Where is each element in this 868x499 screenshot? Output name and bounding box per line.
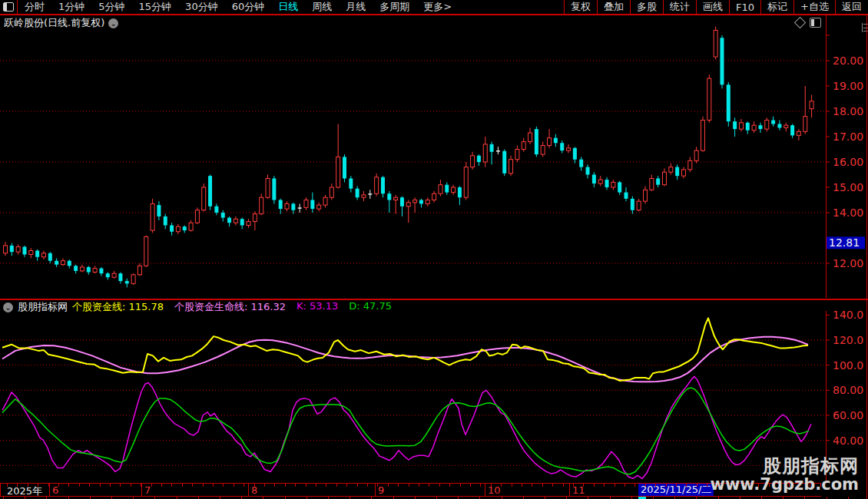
price-label: 20.00 xyxy=(833,55,863,67)
axis-tick xyxy=(316,484,316,487)
axis-tick xyxy=(686,484,687,487)
month-separator xyxy=(248,484,249,496)
axis-tick xyxy=(542,484,543,487)
period-item-周线[interactable]: 周线 xyxy=(305,0,339,14)
axis-tick xyxy=(58,484,59,487)
axis-tick xyxy=(234,484,234,487)
right-border xyxy=(866,15,867,499)
period-item-30分钟[interactable]: 30分钟 xyxy=(178,0,225,14)
price-label: 17.00 xyxy=(833,131,863,143)
axis-tick xyxy=(388,484,389,487)
axis-tick xyxy=(295,484,296,487)
axis-tick xyxy=(192,484,193,487)
axis-tick xyxy=(460,484,461,487)
indicator-axis-label: 120.0 xyxy=(833,334,863,346)
indicator-axis-label: 100.0 xyxy=(833,359,863,372)
axis-tick xyxy=(7,484,8,487)
axis-tick xyxy=(676,484,677,487)
axis-tick xyxy=(398,484,399,487)
axis-tick xyxy=(244,484,244,487)
tool-item-统计[interactable]: 统计 xyxy=(663,0,696,14)
axis-tick xyxy=(28,484,28,487)
axis-tick xyxy=(120,484,121,487)
price-label: 15.00 xyxy=(833,181,863,193)
d-line xyxy=(2,388,809,474)
axis-tick xyxy=(563,484,564,487)
axis-tick xyxy=(213,484,214,487)
life-line xyxy=(2,337,808,382)
axis-tick xyxy=(100,484,101,487)
month-label: 10 xyxy=(488,484,501,496)
price-label: 14.00 xyxy=(833,207,863,219)
panel-layout-icon xyxy=(3,2,14,12)
tool-item-多股[interactable]: 多股 xyxy=(630,0,663,14)
tool-item-叠加[interactable]: 叠加 xyxy=(597,0,630,14)
axis-tick xyxy=(264,484,265,487)
price-label: 12.00 xyxy=(833,257,863,269)
period-item-日线[interactable]: 日线 xyxy=(271,0,305,14)
axis-tick xyxy=(68,484,69,487)
k-line xyxy=(2,376,811,478)
tool-item-画线[interactable]: 画线 xyxy=(696,0,729,14)
period-item-15分钟[interactable]: 15分钟 xyxy=(132,0,179,14)
axis-tick xyxy=(697,484,697,487)
time-axis[interactable]: 2025年 2025/11/25/二 67891011 xyxy=(0,483,821,497)
axis-tick xyxy=(634,484,635,487)
month-separator xyxy=(485,484,485,496)
tool-item-F10[interactable]: F10 xyxy=(729,0,760,14)
price-label: 16.00 xyxy=(833,156,863,168)
month-separator xyxy=(375,484,376,496)
axis-tick xyxy=(470,484,471,487)
axis-tick xyxy=(182,484,183,487)
top-toolbar: 分时1分钟5分钟15分钟30分钟60分钟日线周线月线多周期更多> 复权叠加多股统… xyxy=(0,0,868,15)
period-item-月线[interactable]: 月线 xyxy=(339,0,373,14)
axis-tick xyxy=(89,484,90,487)
tool-item-+自选[interactable]: +自选 xyxy=(793,0,835,14)
period-item-多周期[interactable]: 多周期 xyxy=(373,0,416,14)
axis-tick xyxy=(429,484,429,487)
panel-toggle-button[interactable] xyxy=(0,0,18,14)
axis-tick xyxy=(645,484,646,487)
axis-tick xyxy=(161,484,162,487)
axis-tick xyxy=(377,484,378,487)
axis-tick xyxy=(480,484,481,487)
axis-tick xyxy=(357,484,358,487)
axis-tick xyxy=(285,484,286,487)
month-separator xyxy=(49,484,50,496)
axis-tick xyxy=(367,484,368,487)
last-price-tag: 12.81 xyxy=(829,236,860,249)
axis-tick xyxy=(17,484,18,487)
axis-tick xyxy=(171,484,172,487)
period-item-1分钟[interactable]: 1分钟 xyxy=(51,0,91,14)
watermark: 股朋指标网 www.7gpzb.com xyxy=(710,457,859,493)
tools-menu: 复权叠加多股统计画线F10标记+自选返回 xyxy=(564,0,868,14)
tool-item-标记[interactable]: 标记 xyxy=(760,0,793,14)
period-item-60分钟[interactable]: 60分钟 xyxy=(225,0,272,14)
axis-tick xyxy=(409,484,409,487)
axis-tick xyxy=(274,484,275,487)
axis-tick xyxy=(151,484,152,487)
period-item-更多>[interactable]: 更多> xyxy=(416,0,459,14)
axis-tick xyxy=(491,484,492,487)
axis-tick xyxy=(254,484,255,487)
axis-tick xyxy=(346,484,347,487)
axis-tick xyxy=(110,484,111,487)
axis-tick xyxy=(203,484,204,487)
axis-tick xyxy=(615,484,615,487)
axis-tick xyxy=(522,484,522,487)
axis-tick xyxy=(326,484,326,487)
candlestick-chart[interactable]: 20.0019.0018.0017.0016.0015.0014.0012.00… xyxy=(0,15,868,298)
fund-line xyxy=(2,318,808,381)
indicator-axis-label: 80.00 xyxy=(833,384,863,396)
month-separator xyxy=(569,484,570,496)
period-item-分时[interactable]: 分时 xyxy=(18,0,51,14)
tool-item-复权[interactable]: 复权 xyxy=(564,0,597,14)
axis-tick xyxy=(583,484,584,487)
axis-tick xyxy=(449,484,450,487)
axis-tick xyxy=(79,484,80,487)
period-menu: 分时1分钟5分钟15分钟30分钟60分钟日线周线月线多周期更多> xyxy=(18,0,459,14)
tool-item-返回[interactable]: 返回 xyxy=(835,0,868,14)
axis-tick xyxy=(594,484,595,487)
month-label: 7 xyxy=(144,484,151,496)
period-item-5分钟[interactable]: 5分钟 xyxy=(91,0,131,14)
